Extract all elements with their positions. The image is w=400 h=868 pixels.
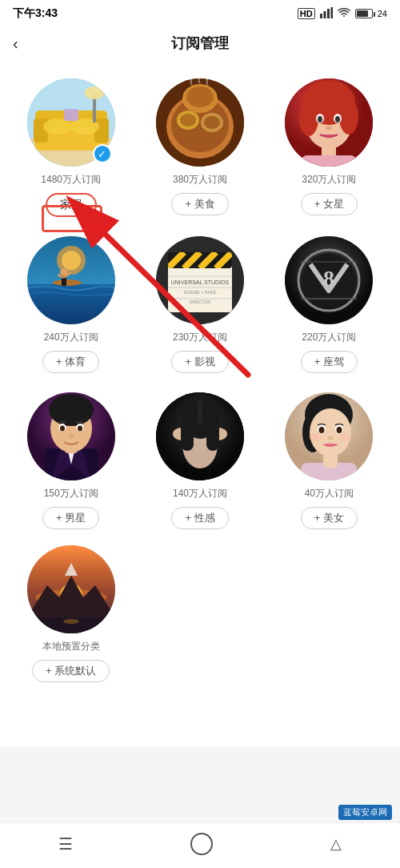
category-item-home: ✓ 1480万人订阅 家居 [13,78,129,217]
subscribe-btn-film[interactable]: + 影视 [171,351,228,373]
content-area: ✓ 1480万人订阅 家居 [0,62,400,746]
subscribe-btn-sport[interactable]: + 体育 [42,351,99,373]
subscribe-btn-beauty[interactable]: + 美女 [301,507,358,529]
avatar-wrap-sport[interactable] [27,236,115,324]
page-title: 订阅管理 [171,34,229,53]
category-item-film: UNIVERSAL STUDIOS SCENE • TAKE DIRECTOR … [142,236,258,373]
sub-count-beauty: 40万人订阅 [305,487,354,500]
last-row-grid: 本地预置分类 + 系统默认 [13,545,387,682]
svg-point-21 [180,114,196,127]
avatar-food [156,78,244,167]
svg-point-97 [319,427,325,433]
svg-text:8: 8 [323,266,334,291]
avatar-wrap-home[interactable]: ✓ [27,78,115,167]
subscribed-badge-home: ✓ [93,144,112,163]
hd-badge: HD [298,8,315,19]
avatar-sexy [156,392,244,480]
category-item-sport: 240万人订阅 + 体育 [13,236,129,373]
svg-rect-38 [301,155,357,167]
subscribe-btn-celeb[interactable]: + 女星 [301,193,358,215]
category-item-celeb: 320万人订阅 + 女星 [271,78,387,217]
avatar-wrap-default[interactable] [27,545,115,633]
sub-count-default: 本地预置分类 [42,640,100,653]
category-item-beauty: 40万人订阅 + 美女 [271,392,387,529]
subscribe-btn-sexy[interactable]: + 性感 [171,507,228,529]
svg-point-47 [60,268,68,276]
wifi-icon [338,8,350,20]
category-item-sexy: 140万人订阅 + 性感 [142,392,258,529]
avatar-drive: 8 [285,236,373,324]
battery-level: 24 [378,9,387,18]
bottom-nav: ☰ △ [0,822,400,868]
avatar-wrap-drive[interactable]: 8 [285,236,373,324]
svg-point-25 [186,86,214,107]
svg-point-34 [318,116,322,123]
subscribe-btn-default[interactable]: + 系统默认 [32,660,110,682]
svg-point-76 [78,426,82,432]
svg-rect-94 [323,452,338,468]
svg-rect-1 [323,11,326,18]
subscribe-btn-drive[interactable]: + 座驾 [301,351,358,373]
avatar-wrap-celeb[interactable] [285,78,373,167]
avatar-celeb [285,78,373,167]
category-grid: ✓ 1480万人订阅 家居 [13,78,387,529]
svg-rect-0 [320,14,322,18]
svg-point-100 [309,433,322,441]
sub-count-food: 380万人订阅 [173,173,227,187]
home-nav-icon[interactable] [190,833,213,855]
svg-point-77 [69,434,74,437]
svg-point-36 [326,127,332,131]
subscribe-btn-malestar[interactable]: + 男星 [42,507,99,529]
status-icons: HD 24 [298,7,387,21]
sub-count-malestar: 150万人订阅 [44,487,98,500]
svg-rect-88 [198,400,202,424]
avatar-wrap-sexy[interactable] [156,392,244,480]
svg-text:SCENE • TAKE: SCENE • TAKE [183,290,216,295]
avatar-wrap-beauty[interactable] [285,392,373,480]
sub-count-sport: 240万人订阅 [44,331,98,344]
back-nav-icon[interactable]: △ [330,835,342,853]
svg-rect-49 [168,264,232,312]
svg-rect-2 [327,9,330,18]
avatar-beauty [285,392,373,480]
avatar-sport [27,236,115,324]
svg-point-99 [328,436,334,440]
svg-point-98 [337,427,342,433]
subscribe-btn-home[interactable]: 家居 [46,193,97,217]
sub-count-celeb: 320万人订阅 [302,173,356,187]
header: ‹ 订阅管理 [0,24,400,62]
svg-point-31 [339,99,358,135]
svg-point-101 [339,433,352,441]
avatar-wrap-food[interactable] [156,78,244,167]
svg-point-43 [53,279,82,286]
svg-point-30 [299,101,318,136]
svg-point-15 [85,86,104,99]
category-item-drive: 8 220万人订阅 + 座驾 [271,236,387,373]
svg-point-75 [60,426,65,432]
category-item-default: 本地预置分类 + 系统默认 [13,545,129,682]
category-item-food: 380万人订阅 + 美食 [142,78,258,217]
back-button[interactable]: ‹ [13,34,18,53]
svg-point-23 [204,116,220,129]
svg-point-72 [49,394,94,426]
status-time: 下午3:43 [13,6,58,21]
menu-nav-icon[interactable]: ☰ [58,834,73,854]
watermark: 蓝莓安卓网 [338,805,392,820]
signal-icon [320,7,333,21]
avatar-malestar [27,392,115,480]
status-bar: 下午3:43 HD 24 [0,0,400,24]
battery-icon [355,9,373,18]
svg-rect-13 [64,109,78,121]
avatar-wrap-malestar[interactable] [27,392,115,480]
svg-point-42 [62,251,81,270]
avatar-wrap-film[interactable]: UNIVERSAL STUDIOS SCENE • TAKE DIRECTOR [156,236,244,324]
subscribe-btn-food[interactable]: + 美食 [171,193,228,215]
avatar-film: UNIVERSAL STUDIOS SCENE • TAKE DIRECTOR [156,236,244,324]
sub-count-home: 1480万人订阅 [41,173,101,187]
svg-point-106 [63,619,79,624]
svg-point-92 [310,408,351,456]
category-item-malestar: 150万人订阅 + 男星 [13,392,129,529]
svg-text:UNIVERSAL STUDIOS: UNIVERSAL STUDIOS [171,279,230,285]
sub-count-sexy: 140万人订阅 [173,487,227,500]
sub-count-drive: 220万人订阅 [302,331,356,344]
